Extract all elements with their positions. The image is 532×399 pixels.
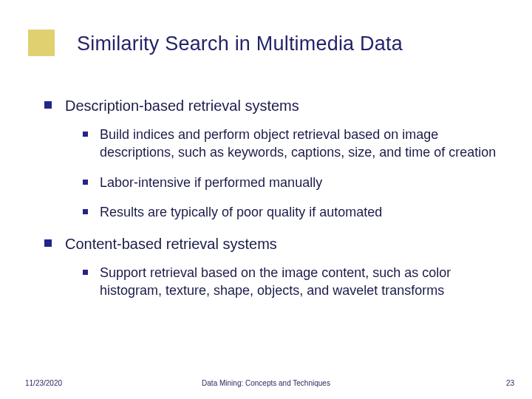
square-bullet-icon	[44, 101, 52, 109]
square-bullet-icon	[83, 270, 88, 275]
list-item: Results are typically of poor quality if…	[83, 203, 502, 221]
square-bullet-icon	[83, 132, 88, 137]
list-item-text: Description-based retrieval systems	[65, 96, 299, 115]
list-item-text: Support retrieval based on the image con…	[100, 264, 502, 300]
list-item: Build indices and perform object retriev…	[83, 126, 502, 162]
footer-page-number: 23	[506, 379, 514, 387]
square-bullet-icon	[83, 209, 88, 214]
list-item: Description-based retrieval systems Buil…	[44, 96, 502, 221]
slide-title: Similarity Search in Multimedia Data	[77, 33, 517, 55]
slide-footer: 11/23/2020 Data Mining: Concepts and Tec…	[0, 374, 532, 387]
square-bullet-icon	[44, 239, 52, 247]
footer-subtitle: Data Mining: Concepts and Techniques	[0, 379, 532, 387]
list-item: Support retrieval based on the image con…	[83, 264, 502, 300]
list-item-text: Results are typically of poor quality if…	[100, 203, 382, 221]
list-item: Labor-intensive if performed manually	[83, 174, 502, 191]
title-accent-box	[28, 30, 55, 56]
slide-content: Description-based retrieval systems Buil…	[44, 96, 502, 313]
list-item: Content-based retrieval systems Support …	[44, 234, 502, 300]
list-item-text: Content-based retrieval systems	[65, 234, 277, 253]
list-item-text: Build indices and perform object retriev…	[100, 126, 502, 162]
square-bullet-icon	[83, 180, 88, 185]
list-item-text: Labor-intensive if performed manually	[100, 174, 322, 191]
